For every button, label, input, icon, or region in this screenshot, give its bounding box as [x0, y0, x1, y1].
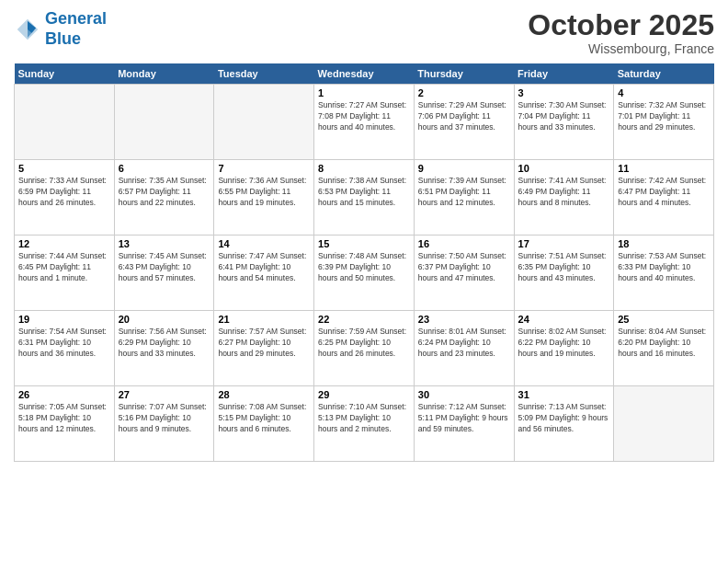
day-cell	[614, 386, 714, 462]
day-info: Sunrise: 7:45 AM Sunset: 6:43 PM Dayligh…	[119, 251, 210, 284]
day-number: 27	[119, 389, 210, 400]
day-info: Sunrise: 7:39 AM Sunset: 6:51 PM Dayligh…	[418, 176, 510, 209]
day-info: Sunrise: 7:50 AM Sunset: 6:37 PM Dayligh…	[418, 251, 510, 284]
day-cell: 28Sunrise: 7:08 AM Sunset: 5:15 PM Dayli…	[214, 386, 314, 462]
day-cell: 12Sunrise: 7:44 AM Sunset: 6:45 PM Dayli…	[15, 236, 115, 311]
day-number: 25	[618, 314, 710, 325]
day-info: Sunrise: 7:51 AM Sunset: 6:35 PM Dayligh…	[518, 251, 610, 284]
day-info: Sunrise: 7:30 AM Sunset: 7:04 PM Dayligh…	[518, 100, 610, 133]
day-cell: 21Sunrise: 7:57 AM Sunset: 6:27 PM Dayli…	[214, 311, 314, 386]
day-info: Sunrise: 7:44 AM Sunset: 6:45 PM Dayligh…	[18, 251, 110, 284]
day-info: Sunrise: 7:38 AM Sunset: 6:53 PM Dayligh…	[318, 176, 410, 209]
day-info: Sunrise: 7:29 AM Sunset: 7:06 PM Dayligh…	[418, 100, 510, 133]
day-number: 17	[518, 238, 610, 249]
day-cell: 10Sunrise: 7:41 AM Sunset: 6:49 PM Dayli…	[514, 160, 614, 236]
day-cell: 19Sunrise: 7:54 AM Sunset: 6:31 PM Dayli…	[15, 311, 115, 386]
day-number: 21	[218, 314, 310, 325]
week-row-4: 19Sunrise: 7:54 AM Sunset: 6:31 PM Dayli…	[15, 311, 714, 386]
day-number: 13	[119, 238, 210, 249]
day-cell: 27Sunrise: 7:07 AM Sunset: 5:16 PM Dayli…	[114, 386, 214, 462]
day-cell: 31Sunrise: 7:13 AM Sunset: 5:09 PM Dayli…	[514, 386, 614, 462]
day-info: Sunrise: 7:05 AM Sunset: 5:18 PM Dayligh…	[18, 402, 110, 435]
day-number: 31	[518, 389, 610, 400]
day-cell	[114, 85, 214, 160]
logo-blue: Blue	[45, 29, 81, 48]
day-cell: 23Sunrise: 8:01 AM Sunset: 6:24 PM Dayli…	[414, 311, 514, 386]
day-info: Sunrise: 8:01 AM Sunset: 6:24 PM Dayligh…	[418, 327, 510, 360]
col-tuesday: Tuesday	[214, 63, 314, 85]
day-number: 16	[418, 238, 510, 249]
day-number: 10	[518, 163, 610, 174]
day-number: 29	[318, 389, 410, 400]
day-number: 6	[119, 163, 210, 174]
day-cell: 20Sunrise: 7:56 AM Sunset: 6:29 PM Dayli…	[114, 311, 214, 386]
day-cell: 22Sunrise: 7:59 AM Sunset: 6:25 PM Dayli…	[314, 311, 415, 386]
day-info: Sunrise: 7:48 AM Sunset: 6:39 PM Dayligh…	[318, 251, 410, 284]
day-number: 4	[618, 87, 710, 98]
day-cell: 25Sunrise: 8:04 AM Sunset: 6:20 PM Dayli…	[614, 311, 714, 386]
day-cell: 4Sunrise: 7:32 AM Sunset: 7:01 PM Daylig…	[614, 85, 714, 160]
day-info: Sunrise: 7:56 AM Sunset: 6:29 PM Dayligh…	[119, 327, 210, 360]
day-info: Sunrise: 7:36 AM Sunset: 6:55 PM Dayligh…	[218, 176, 310, 209]
day-cell: 26Sunrise: 7:05 AM Sunset: 5:18 PM Dayli…	[15, 386, 115, 462]
day-info: Sunrise: 7:33 AM Sunset: 6:59 PM Dayligh…	[18, 176, 110, 209]
day-number: 20	[119, 314, 210, 325]
calendar-body: 1Sunrise: 7:27 AM Sunset: 7:08 PM Daylig…	[15, 85, 714, 462]
day-info: Sunrise: 7:54 AM Sunset: 6:31 PM Dayligh…	[18, 327, 110, 360]
logo: General Blue	[14, 9, 107, 49]
logo-text: General Blue	[45, 9, 107, 49]
day-cell: 9Sunrise: 7:39 AM Sunset: 6:51 PM Daylig…	[414, 160, 514, 236]
day-number: 5	[18, 163, 110, 174]
week-row-5: 26Sunrise: 7:05 AM Sunset: 5:18 PM Dayli…	[15, 386, 714, 462]
day-number: 19	[18, 314, 110, 325]
col-saturday: Saturday	[614, 63, 714, 85]
day-number: 12	[18, 238, 110, 249]
day-info: Sunrise: 7:57 AM Sunset: 6:27 PM Dayligh…	[218, 327, 310, 360]
day-info: Sunrise: 8:02 AM Sunset: 6:22 PM Dayligh…	[518, 327, 610, 360]
day-cell: 29Sunrise: 7:10 AM Sunset: 5:13 PM Dayli…	[314, 386, 415, 462]
calendar-container: General Blue October 2025 Wissembourg, F…	[0, 0, 728, 563]
day-cell: 13Sunrise: 7:45 AM Sunset: 6:43 PM Dayli…	[114, 236, 214, 311]
day-number: 23	[418, 314, 510, 325]
day-number: 7	[218, 163, 310, 174]
day-cell: 16Sunrise: 7:50 AM Sunset: 6:37 PM Dayli…	[414, 236, 514, 311]
day-number: 14	[218, 238, 310, 249]
week-row-1: 1Sunrise: 7:27 AM Sunset: 7:08 PM Daylig…	[15, 85, 714, 160]
header: General Blue October 2025 Wissembourg, F…	[14, 9, 714, 56]
day-info: Sunrise: 7:12 AM Sunset: 5:11 PM Dayligh…	[418, 402, 510, 435]
logo-general: General	[45, 9, 107, 28]
day-info: Sunrise: 7:07 AM Sunset: 5:16 PM Dayligh…	[119, 402, 210, 435]
calendar-table: Sunday Monday Tuesday Wednesday Thursday…	[14, 63, 714, 462]
day-number: 18	[618, 238, 710, 249]
location: Wissembourg, France	[528, 41, 714, 56]
day-cell: 11Sunrise: 7:42 AM Sunset: 6:47 PM Dayli…	[614, 160, 714, 236]
day-number: 1	[318, 87, 410, 98]
day-number: 26	[18, 389, 110, 400]
col-wednesday: Wednesday	[314, 63, 415, 85]
day-cell: 14Sunrise: 7:47 AM Sunset: 6:41 PM Dayli…	[214, 236, 314, 311]
day-info: Sunrise: 7:53 AM Sunset: 6:33 PM Dayligh…	[618, 251, 710, 284]
day-info: Sunrise: 7:59 AM Sunset: 6:25 PM Dayligh…	[318, 327, 410, 360]
col-thursday: Thursday	[414, 63, 514, 85]
day-info: Sunrise: 7:08 AM Sunset: 5:15 PM Dayligh…	[218, 402, 310, 435]
day-number: 8	[318, 163, 410, 174]
day-info: Sunrise: 7:10 AM Sunset: 5:13 PM Dayligh…	[318, 402, 410, 435]
day-cell: 24Sunrise: 8:02 AM Sunset: 6:22 PM Dayli…	[514, 311, 614, 386]
col-sunday: Sunday	[15, 63, 115, 85]
day-cell: 2Sunrise: 7:29 AM Sunset: 7:06 PM Daylig…	[414, 85, 514, 160]
col-friday: Friday	[514, 63, 614, 85]
day-number: 15	[318, 238, 410, 249]
day-info: Sunrise: 7:41 AM Sunset: 6:49 PM Dayligh…	[518, 176, 610, 209]
calendar-header: Sunday Monday Tuesday Wednesday Thursday…	[15, 63, 714, 85]
day-number: 3	[518, 87, 610, 98]
day-number: 2	[418, 87, 510, 98]
day-number: 30	[418, 389, 510, 400]
day-info: Sunrise: 7:27 AM Sunset: 7:08 PM Dayligh…	[318, 100, 410, 133]
day-cell: 18Sunrise: 7:53 AM Sunset: 6:33 PM Dayli…	[614, 236, 714, 311]
logo-icon	[14, 16, 41, 43]
day-info: Sunrise: 7:35 AM Sunset: 6:57 PM Dayligh…	[119, 176, 210, 209]
day-info: Sunrise: 8:04 AM Sunset: 6:20 PM Dayligh…	[618, 327, 710, 360]
week-row-3: 12Sunrise: 7:44 AM Sunset: 6:45 PM Dayli…	[15, 236, 714, 311]
day-cell: 30Sunrise: 7:12 AM Sunset: 5:11 PM Dayli…	[414, 386, 514, 462]
day-cell: 1Sunrise: 7:27 AM Sunset: 7:08 PM Daylig…	[314, 85, 415, 160]
